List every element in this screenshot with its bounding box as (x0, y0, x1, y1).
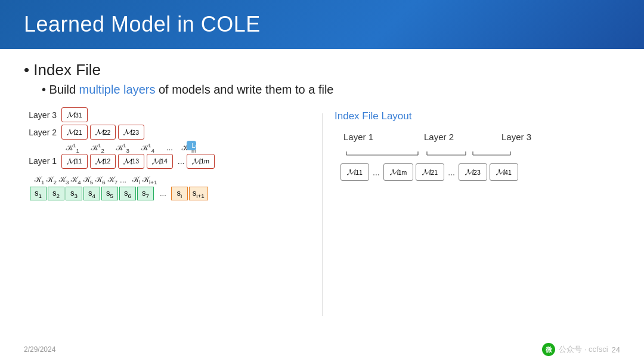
seg-s2: s2 (48, 187, 64, 201)
seg-s1: s1 (30, 187, 47, 201)
model-box-m1-1: 𝓜11 (61, 154, 88, 169)
footer-date: 2/29/2024 (24, 345, 55, 354)
layout-boxes-row: 𝓜11 ... 𝓜1m 𝓜21 ... 𝓜23 𝓜41 (340, 163, 620, 181)
model-box-m3-1: 𝓜13 (118, 154, 144, 169)
model-box-m4-1: 𝓜14 (147, 154, 173, 169)
right-diagram: Index File Layout Layer 1 Layer 2 Layer … (335, 107, 620, 181)
seg-si: si (171, 187, 188, 201)
slide-content: Index File Build multiple layers of mode… (0, 49, 644, 322)
layer3-label: Layer 3 (24, 110, 57, 120)
layer2-header: Layer 2 (418, 132, 460, 142)
model-box-m2-2: 𝓜22 (90, 125, 116, 140)
layout-m3-2: 𝓜23 (459, 163, 487, 181)
k2-label: 𝒦12 (86, 142, 109, 154)
layout-m1-1: 𝓜11 (340, 163, 369, 181)
layer1-header: Layer 1 (340, 132, 376, 142)
layer1-label: Layer 1 (24, 156, 57, 166)
layer2-row: Layer 2 𝓜21 𝓜22 𝓜23 (24, 125, 310, 140)
layout-mm-1: 𝓜1m (383, 163, 414, 181)
index-layout-title: Index File Layout (335, 110, 620, 122)
learner-button: Learner (187, 141, 196, 150)
model-box-mm-1: 𝓜1m (187, 154, 215, 169)
k-symbols-row: 𝒦1 𝒦2 𝒦3 𝒦4 𝒦5 𝒦6 𝒦7 ... 𝒦i 𝒦i+1 (35, 175, 310, 185)
layer-header-row: Layer 1 Layer 2 Layer 3 (340, 132, 620, 142)
seg-si1: si+1 (189, 187, 208, 201)
model-box-m1-2: 𝓜21 (61, 125, 88, 140)
k-labels-layer1: 𝒦11 𝒦12 𝒦13 𝒦14 ... 𝒦1m (61, 142, 310, 154)
layer2-label: Layer 2 (24, 128, 57, 137)
model-box-m3-2: 𝓜23 (118, 125, 144, 140)
wechat-icon: 微 (542, 343, 555, 356)
segment-boxes-row: s1 s2 s3 s4 s5 s6 s7 ... si si+1 (30, 187, 310, 201)
slide-header: Learned Model in COLE (0, 0, 644, 49)
page-number: 24 (612, 345, 620, 354)
seg-s7: s7 (137, 187, 154, 201)
bracket-svg (340, 144, 543, 157)
vertical-divider (322, 113, 323, 316)
seg-s6: s6 (119, 187, 136, 201)
slide-footer: 2/29/2024 微 公众号 · ccfsci 24 (0, 343, 644, 356)
bullet-index-file: Index File (24, 61, 620, 79)
layer3-row: Layer 3 𝓜31 (24, 107, 310, 122)
footer-brand: 微 公众号 · ccfsci 24 (542, 343, 620, 356)
bracket-area (340, 144, 620, 160)
diagram-area: Layer 3 𝓜31 Layer 2 𝓜21 𝓜22 𝓜23 𝒦11 𝒦12 … (24, 107, 620, 316)
model-box-m1-3: 𝓜31 (61, 107, 88, 122)
model-box-m2-1: 𝓜12 (90, 154, 116, 169)
layout-m1-2: 𝓜21 (416, 163, 444, 181)
left-diagram: Layer 3 𝓜31 Layer 2 𝓜21 𝓜22 𝓜23 𝒦11 𝒦12 … (24, 107, 310, 200)
slide-title: Learned Model in COLE (24, 12, 261, 37)
k3-label: 𝒦13 (112, 142, 134, 154)
k4-label: 𝒦14 (137, 142, 159, 154)
k1-label: 𝒦11 (61, 142, 84, 154)
layout-m1-4: 𝓜41 (490, 163, 518, 181)
layer1-row: Layer 1 𝓜11 𝓜12 𝓜13 𝓜14 ... Learner 𝓜1m (24, 154, 310, 169)
seg-s5: s5 (101, 187, 118, 201)
seg-s3: s3 (66, 187, 82, 201)
bullet-build-layers: Build multiple layers of models and writ… (42, 83, 620, 97)
layer3-header: Layer 3 (496, 132, 537, 142)
seg-s4: s4 (83, 187, 100, 201)
keys-area: 𝒦1 𝒦2 𝒦3 𝒦4 𝒦5 𝒦6 𝒦7 ... 𝒦i 𝒦i+1 s1 s2 s… (30, 175, 310, 200)
